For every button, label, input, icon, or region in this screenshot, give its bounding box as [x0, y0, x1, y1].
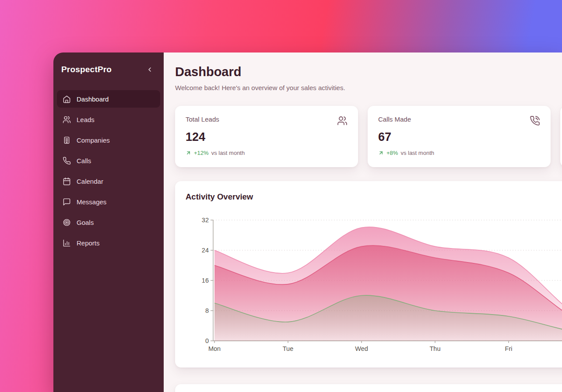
sidebar-item-label: Leads: [77, 116, 95, 123]
app-window: ProspectPro DashboardLeadsCompaniesCalls…: [53, 52, 562, 392]
y-tick-label: 16: [202, 277, 209, 284]
y-tick-label: 0: [205, 337, 209, 344]
page-subtitle: Welcome back! Here's an overview of your…: [175, 83, 562, 93]
sidebar-item-companies[interactable]: Companies: [57, 131, 160, 149]
y-tick-label: 8: [205, 307, 209, 314]
stat-label: Calls Made: [378, 116, 411, 123]
sidebar-item-label: Companies: [77, 136, 110, 144]
sidebar-item-label: Calendar: [77, 178, 103, 185]
chevron-left-icon[interactable]: [146, 66, 153, 73]
stat-label: Total Leads: [186, 116, 219, 123]
sidebar-header: ProspectPro: [53, 52, 164, 79]
bar-chart-icon: [63, 239, 71, 247]
change-note: vs last month: [211, 150, 245, 156]
page-title: Dashboard: [175, 64, 562, 80]
x-tick-label: Tue: [283, 345, 293, 352]
stat-card-header: Calls Made: [378, 116, 540, 126]
activity-overview-card: Activity Overview 08162432MonTueWedThuFr…: [175, 181, 562, 368]
home-icon: [63, 95, 71, 103]
stat-card-header: Total Leads: [186, 116, 348, 126]
phone-call-icon: [530, 116, 540, 126]
message-icon: [63, 198, 71, 206]
phone-icon: [63, 157, 71, 165]
sidebar-item-label: Messages: [77, 198, 106, 206]
sidebar-item-dashboard[interactable]: Dashboard: [57, 90, 160, 108]
arrow-up-right-icon: [378, 150, 384, 156]
chart-title: Activity Overview: [186, 192, 562, 202]
x-tick-label: Fri: [505, 345, 513, 352]
sidebar-item-label: Calls: [77, 157, 91, 164]
stats-grid: Total Leads 124 +12% vs last month Calls…: [175, 106, 562, 167]
sidebar-item-calendar[interactable]: Calendar: [57, 172, 160, 190]
sidebar-item-label: Reports: [77, 239, 100, 247]
x-tick-label: Wed: [355, 345, 368, 352]
sidebar: ProspectPro DashboardLeadsCompaniesCalls…: [53, 52, 164, 392]
building-icon: [63, 136, 71, 144]
users-icon: [337, 116, 348, 126]
change-note: vs last month: [400, 150, 434, 156]
y-tick-label: 24: [202, 247, 209, 254]
y-tick-label: 32: [202, 217, 209, 224]
sidebar-item-calls[interactable]: Calls: [57, 152, 160, 169]
stat-value: 67: [378, 130, 540, 144]
stat-card-calls-made: Calls Made 67 +8% vs last month: [368, 106, 551, 167]
arrow-up-right-icon: [186, 150, 191, 156]
sidebar-item-leads[interactable]: Leads: [57, 111, 160, 128]
calendar-icon: [63, 177, 71, 186]
stat-change: +8% vs last month: [378, 150, 540, 156]
activity-overview-chart: 08162432MonTueWedThuFriSatSun: [186, 210, 562, 359]
stat-change: +12% vs last month: [186, 150, 348, 156]
sidebar-item-messages[interactable]: Messages: [57, 193, 160, 210]
stat-card-total-leads: Total Leads 124 +12% vs last month: [175, 106, 358, 167]
sidebar-item-label: Goals: [77, 219, 94, 226]
partial-bottom-card: [175, 384, 562, 392]
brand-logo: ProspectPro: [61, 65, 112, 74]
x-tick-label: Thu: [430, 345, 441, 352]
sidebar-item-label: Dashboard: [77, 95, 109, 103]
x-tick-label: Mon: [208, 345, 221, 352]
sidebar-item-goals[interactable]: Goals: [57, 214, 160, 231]
users-icon: [63, 116, 71, 124]
stat-card-partial: [560, 106, 562, 167]
change-percent: +12%: [194, 150, 209, 156]
main-content: Dashboard Welcome back! Here's an overvi…: [164, 52, 562, 392]
change-percent: +8%: [386, 150, 398, 156]
target-icon: [63, 218, 71, 227]
sidebar-item-reports[interactable]: Reports: [57, 234, 160, 252]
sidebar-nav: DashboardLeadsCompaniesCallsCalendarMess…: [53, 90, 164, 252]
stat-value: 124: [186, 130, 348, 144]
